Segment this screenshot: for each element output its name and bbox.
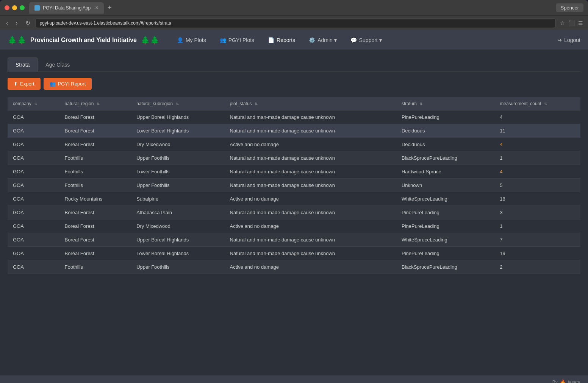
col-stratum-label: stratum — [402, 101, 417, 106]
cell-stratum: WhiteSpruceLeading — [396, 192, 494, 206]
minimize-button[interactable] — [12, 5, 17, 10]
col-natural-region-label: natural_region — [65, 101, 94, 106]
sort-icon-plot-status: ⇅ — [255, 102, 258, 106]
cell-company: GOA — [8, 138, 59, 151]
col-stratum[interactable]: stratum ⇅ — [396, 97, 494, 111]
tab-age-class[interactable]: Age Class — [38, 58, 78, 72]
cell-natural_subregion: Lower Boreal Highlands — [131, 247, 224, 260]
cell-plot_status: Active and no damage — [225, 220, 396, 233]
cell-natural_region: Boreal Forest — [59, 124, 131, 138]
cell-stratum: PinePureLeading — [396, 111, 494, 124]
tab-title: PGYI Data Sharing App — [43, 5, 91, 11]
cell-natural_region: Boreal Forest — [59, 111, 131, 124]
tesera-flame-icon: 🔥 — [560, 379, 566, 383]
nav-item-my-plots[interactable]: 👤 My Plots — [171, 34, 212, 46]
nav-item-pgyi-plots[interactable]: 👥 PGYI Plots — [214, 34, 260, 46]
tree-icon-right: 🌲🌲 — [141, 36, 160, 45]
cell-natural_region: Foothills — [59, 179, 131, 192]
cell-natural_subregion: Upper Boreal Highlands — [131, 233, 224, 247]
cell-plot_status: Natural and man-made damage cause unknow… — [225, 233, 396, 247]
col-natural-region[interactable]: natural_region ⇅ — [59, 97, 131, 111]
address-input[interactable] — [36, 18, 555, 28]
cell-company: GOA — [8, 111, 59, 124]
cell-stratum: BlackSprucePureLeading — [396, 260, 494, 274]
table-row: GOAFoothillsLower FoothillsNatural and m… — [8, 165, 580, 179]
cell-measurement_count: 4 — [494, 138, 580, 151]
col-plot-status-label: plot_status — [230, 101, 252, 106]
tab-favicon — [34, 5, 40, 11]
table-row: GOABoreal ForestAthabasca PlainNatural a… — [8, 206, 580, 220]
pgyi-report-icon: 👥 — [50, 81, 56, 87]
close-button[interactable] — [5, 5, 9, 10]
cell-company: GOA — [8, 124, 59, 138]
table-row: GOABoreal ForestLower Boreal HighlandsNa… — [8, 124, 580, 138]
window-controls — [5, 5, 25, 10]
nav-item-support[interactable]: 💬 Support ▾ — [344, 34, 388, 46]
cell-natural_region: Boreal Forest — [59, 206, 131, 220]
logout-label: Logout — [564, 37, 580, 43]
table-row: GOABoreal ForestUpper Boreal HighlandsNa… — [8, 111, 580, 124]
cell-natural_region: Foothills — [59, 165, 131, 179]
nav-items: 👤 My Plots 👥 PGYI Plots 📄 Reports ⚙️ Adm… — [171, 34, 557, 46]
nav-item-admin[interactable]: ⚙️ Admin ▾ — [303, 34, 343, 46]
nav-label-pgyi-plots: PGYI Plots — [228, 37, 254, 43]
table-row: GOABoreal ForestLower Boreal HighlandsNa… — [8, 247, 580, 260]
tab-strata-label: Strata — [16, 62, 30, 68]
col-measurement-count[interactable]: measurement_count ⇅ — [494, 97, 580, 111]
col-company[interactable]: company ⇅ — [8, 97, 59, 111]
refresh-button[interactable]: ↻ — [23, 19, 33, 27]
forward-button[interactable]: › — [13, 19, 20, 27]
cell-stratum: PinePureLeading — [396, 206, 494, 220]
table-header: company ⇅ natural_region ⇅ natural_subre… — [8, 97, 580, 111]
cell-natural_subregion: Dry Mixedwood — [131, 138, 224, 151]
cell-stratum: Unknown — [396, 179, 494, 192]
app-logo: 🌲🌲 Provincial Growth and Yield Initiativ… — [8, 36, 160, 45]
browser-tab[interactable]: PGYI Data Sharing App ✕ — [29, 2, 104, 14]
table-row: GOABoreal ForestUpper Boreal HighlandsNa… — [8, 233, 580, 247]
cell-plot_status: Natural and man-made damage cause unknow… — [225, 151, 396, 165]
cell-measurement_count: 2 — [494, 260, 580, 274]
export-button[interactable]: ⬆ Export — [8, 78, 41, 90]
nav-item-reports[interactable]: 📄 Reports — [262, 34, 301, 46]
maximize-button[interactable] — [20, 5, 25, 10]
nav-label-my-plots: My Plots — [186, 37, 206, 43]
logout-button[interactable]: ↪ Logout — [557, 37, 580, 43]
cell-stratum: Deciduous — [396, 124, 494, 138]
new-tab-button[interactable]: + — [105, 4, 114, 12]
cell-company: GOA — [8, 179, 59, 192]
back-button[interactable]: ‹ — [4, 19, 10, 27]
nav-label-admin: Admin ▾ — [317, 37, 337, 43]
cell-company: GOA — [8, 233, 59, 247]
extensions-icon[interactable]: ⬛ — [568, 19, 575, 27]
cell-natural_subregion: Lower Foothills — [131, 165, 224, 179]
col-natural-subregion[interactable]: natural_subregion ⇅ — [131, 97, 224, 111]
footer-by-label: By — [552, 380, 558, 383]
pgyi-report-label: PGYI Report — [58, 81, 86, 87]
table-row: GOABoreal ForestDry MixedwoodActive and … — [8, 138, 580, 151]
cell-natural_region: Boreal Forest — [59, 138, 131, 151]
logout-icon: ↪ — [557, 37, 562, 43]
admin-icon: ⚙️ — [309, 37, 315, 43]
footer-logo: By 🔥 tesera — [552, 379, 580, 383]
col-plot-status[interactable]: plot_status ⇅ — [225, 97, 396, 111]
cell-measurement_count: 1 — [494, 220, 580, 233]
cell-stratum: PinePureLeading — [396, 220, 494, 233]
nav-right: ↪ Logout — [557, 37, 580, 43]
tab-close-icon[interactable]: ✕ — [95, 5, 99, 10]
cell-stratum: WhiteSpruceLeading — [396, 233, 494, 247]
app-navbar: 🌲🌲 Provincial Growth and Yield Initiativ… — [0, 30, 588, 50]
tab-strata[interactable]: Strata — [8, 58, 38, 72]
cell-company: GOA — [8, 151, 59, 165]
cell-plot_status: Natural and man-made damage cause unknow… — [225, 247, 396, 260]
page-tabs: Strata Age Class — [8, 58, 580, 72]
table-row: GOABoreal ForestDry MixedwoodActive and … — [8, 220, 580, 233]
user-name: Spencer — [556, 3, 583, 12]
table-header-row: company ⇅ natural_region ⇅ natural_subre… — [8, 97, 580, 111]
browser-menu-icon[interactable]: ☰ — [577, 19, 584, 27]
export-label: Export — [20, 81, 34, 87]
pgyi-report-button[interactable]: 👥 PGYI Report — [44, 78, 92, 90]
nav-label-support: Support ▾ — [359, 37, 382, 43]
cell-natural_region: Boreal Forest — [59, 247, 131, 260]
star-icon[interactable]: ☆ — [558, 19, 566, 27]
cell-plot_status: Natural and man-made damage cause unknow… — [225, 165, 396, 179]
